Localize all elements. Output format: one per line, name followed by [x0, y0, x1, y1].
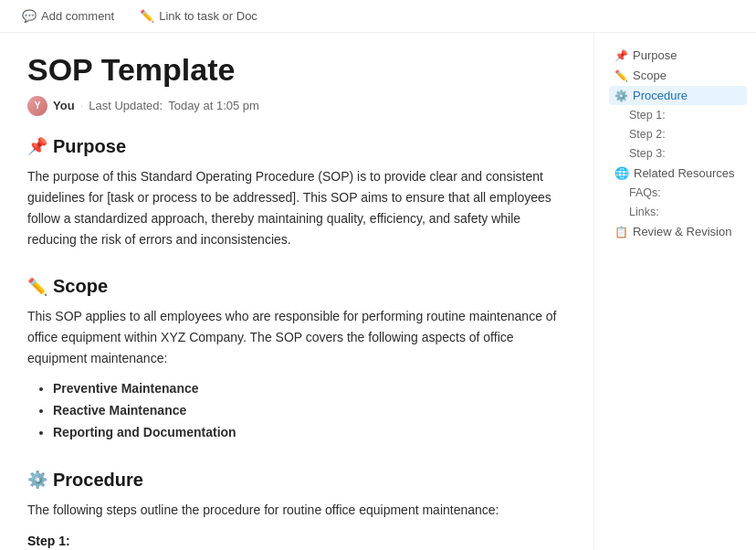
purpose-body: The purpose of this Standard Operating P…	[27, 166, 557, 250]
sidebar-scope-label: Scope	[633, 69, 667, 82]
purpose-heading: 📌 Purpose	[27, 136, 557, 157]
purpose-section: 📌 Purpose The purpose of this Standard O…	[27, 136, 557, 250]
sidebar-faqs-label: FAQs:	[629, 186, 661, 199]
add-comment-button[interactable]: 💬 Add comment	[18, 7, 118, 25]
sidebar-related-label: Related Resources	[634, 166, 735, 180]
list-item: Preventive Maintenance	[53, 378, 557, 400]
sidebar-step1-label: Step 1:	[629, 109, 666, 122]
procedure-heading: ⚙️ Procedure	[27, 470, 557, 491]
toolbar: 💬 Add comment ✏️ Link to task or Doc	[0, 0, 756, 33]
meta-user: You	[53, 99, 75, 112]
last-updated-timestamp: Today at 1:05 pm	[168, 99, 259, 112]
sidebar-item-step1[interactable]: Step 1:	[609, 106, 747, 124]
procedure-section: ⚙️ Procedure The following steps outline…	[27, 470, 557, 550]
avatar: Y	[27, 96, 47, 116]
sidebar-purpose-icon: 📌	[614, 49, 628, 62]
sidebar-procedure-label: Procedure	[633, 89, 688, 102]
scope-icon: ✏️	[27, 277, 47, 297]
sidebar-procedure-icon: ⚙️	[614, 90, 628, 102]
layout: SOP Template Y You · Last Updated: Today…	[0, 33, 756, 550]
sidebar-item-faqs[interactable]: FAQs:	[609, 184, 747, 202]
add-comment-label: Add comment	[41, 9, 114, 23]
scope-heading-text: Scope	[53, 276, 108, 297]
sidebar-review-icon: 📋	[614, 226, 628, 238]
procedure-intro: The following steps outline the procedur…	[27, 500, 557, 521]
sidebar-item-procedure[interactable]: ⚙️ Procedure	[609, 86, 747, 105]
sidebar-review-label: Review & Revision	[633, 225, 731, 238]
link-icon: ✏️	[140, 9, 154, 23]
sidebar-purpose-label: Purpose	[633, 48, 677, 62]
purpose-icon: 📌	[27, 136, 47, 156]
purpose-heading-text: Purpose	[53, 136, 126, 157]
last-updated-label: Last Updated:	[89, 99, 163, 112]
scope-section: ✏️ Scope This SOP applies to all employe…	[27, 276, 557, 444]
sidebar-item-step3[interactable]: Step 3:	[609, 144, 747, 163]
scope-bullet-list: Preventive Maintenance Reactive Maintena…	[27, 378, 557, 443]
comment-icon: 💬	[22, 9, 37, 23]
sidebar-item-scope[interactable]: ✏️ Scope	[609, 66, 747, 85]
sidebar-item-related[interactable]: 🌐 Related Resources	[609, 164, 747, 183]
scope-heading: ✏️ Scope	[27, 276, 557, 297]
link-task-label: Link to task or Doc	[159, 9, 257, 23]
sidebar-links-label: Links:	[629, 206, 659, 218]
sidebar-step3-label: Step 3:	[629, 147, 666, 160]
page-title: SOP Template	[27, 51, 557, 89]
list-item: Reporting and Documentation	[53, 422, 557, 444]
procedure-heading-text: Procedure	[53, 470, 143, 491]
sidebar-step2-label: Step 2:	[629, 128, 666, 141]
page-meta: Y You · Last Updated: Today at 1:05 pm	[27, 96, 557, 116]
sidebar-item-purpose[interactable]: 📌 Purpose	[609, 46, 747, 65]
sidebar: 📌 Purpose ✏️ Scope ⚙️ Procedure Step 1: …	[593, 33, 756, 550]
link-task-button[interactable]: ✏️ Link to task or Doc	[136, 7, 261, 25]
step1-heading: Step 1:	[27, 534, 557, 548]
main-content: SOP Template Y You · Last Updated: Today…	[0, 33, 593, 550]
sidebar-item-links[interactable]: Links:	[609, 203, 747, 221]
sidebar-item-step2[interactable]: Step 2:	[609, 125, 747, 143]
procedure-icon: ⚙️	[27, 470, 47, 490]
scope-intro: This SOP applies to all employees who ar…	[27, 306, 557, 369]
sidebar-item-review[interactable]: 📋 Review & Revision	[609, 222, 747, 241]
sidebar-related-icon: 🌐	[614, 166, 629, 180]
sidebar-scope-icon: ✏️	[614, 69, 628, 82]
meta-divider: ·	[80, 99, 84, 112]
list-item: Reactive Maintenance	[53, 400, 557, 422]
